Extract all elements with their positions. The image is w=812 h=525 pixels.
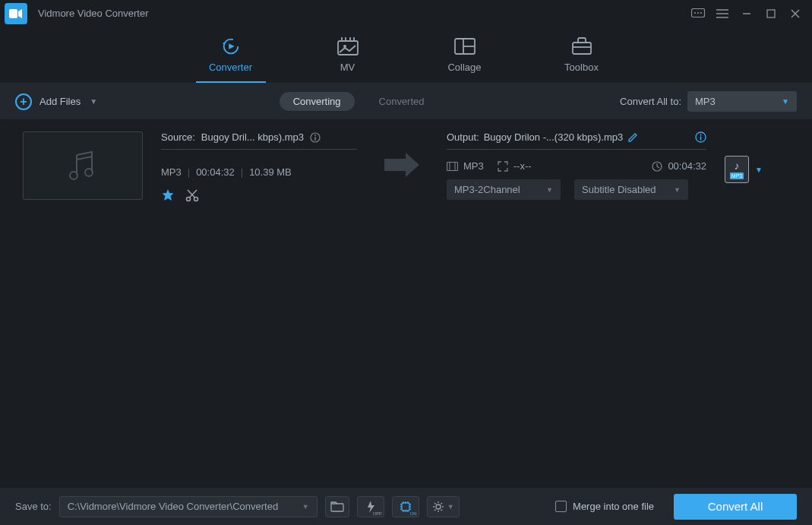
tab-collage[interactable]: Collage — [430, 27, 500, 83]
svg-rect-13 — [338, 41, 358, 55]
subtitle-select[interactable]: Subtitle Disabled ▼ — [574, 179, 688, 200]
minimize-icon[interactable] — [735, 2, 759, 26]
svg-point-4 — [700, 12, 702, 14]
output-info-icon[interactable] — [695, 131, 706, 143]
accel-on-label: ON — [410, 511, 417, 516]
svg-point-20 — [70, 172, 77, 179]
source-column: Source: Bugoy Dril... kbps).mp3 MP3 | 00… — [161, 131, 357, 202]
svg-point-39 — [436, 504, 441, 509]
save-path-select[interactable]: C:\Vidmore\Vidmore Video Converter\Conve… — [59, 496, 318, 517]
source-size: 10.39 MB — [249, 166, 292, 178]
converter-icon — [220, 37, 242, 55]
tab-converter[interactable]: Converter — [196, 27, 266, 83]
svg-rect-18 — [573, 43, 591, 54]
output-format-picker: ♪ MP3 ▼ — [725, 131, 763, 183]
subtitle-value: Subtitle Disabled — [582, 184, 656, 195]
add-files-button[interactable]: + Add Files ▼ — [15, 93, 97, 110]
svg-rect-33 — [447, 162, 458, 170]
gpu-accel-on-button[interactable]: ON — [392, 496, 419, 517]
mv-icon — [337, 37, 359, 55]
chevron-down-icon: ▼ — [302, 503, 309, 511]
app-logo — [5, 3, 27, 24]
source-filename: Bugoy Dril... kbps).mp3 — [201, 131, 304, 143]
tab-converter-label: Converter — [209, 62, 252, 73]
video-icon — [447, 162, 458, 171]
chevron-down-icon: ▼ — [546, 186, 553, 194]
merge-label: Merge into one file — [573, 501, 654, 512]
resolution-icon — [498, 161, 508, 172]
hardware-accel-off-button[interactable]: OFF — [357, 496, 384, 517]
edit-icon[interactable] — [627, 131, 639, 143]
checkbox-box — [555, 501, 567, 512]
source-duration: 00:04:32 — [196, 166, 235, 178]
chevron-down-icon: ▼ — [782, 97, 789, 106]
svg-line-22 — [77, 157, 92, 160]
titlebar: Vidmore Video Converter — [0, 0, 812, 27]
source-label: Source: — [161, 131, 195, 143]
format-dropdown-chevron[interactable]: ▼ — [755, 166, 763, 174]
svg-point-3 — [697, 12, 699, 14]
open-folder-button[interactable] — [325, 496, 349, 517]
music-note-icon: ♪ — [735, 160, 740, 171]
save-to-label: Save to: — [15, 501, 52, 512]
chevron-down-icon: ▼ — [674, 186, 681, 194]
tab-toolbox-label: Toolbox — [564, 62, 599, 73]
output-resolution: --x-- — [513, 160, 532, 172]
output-filename: Bugoy Drilon -...(320 kbps).mp3 — [484, 131, 624, 143]
output-label: Output: — [447, 131, 479, 143]
tab-converting[interactable]: Converting — [280, 92, 355, 111]
svg-point-26 — [187, 198, 191, 201]
svg-rect-9 — [767, 10, 775, 17]
info-icon[interactable] — [310, 132, 321, 143]
maximize-icon[interactable] — [759, 2, 783, 26]
output-column: Output: Bugoy Drilon -...(320 kbps).mp3 … — [447, 131, 706, 200]
feedback-icon[interactable] — [686, 2, 710, 26]
accel-off-label: OFF — [373, 511, 382, 516]
convert-all-to-label: Convert All to: — [620, 96, 681, 107]
collage-icon — [454, 37, 476, 55]
cut-icon[interactable] — [185, 188, 199, 202]
svg-point-2 — [694, 12, 696, 14]
svg-point-27 — [194, 198, 198, 201]
toolbar: + Add Files ▼ Converting Converted Conve… — [0, 84, 812, 119]
svg-rect-37 — [331, 504, 343, 511]
tab-mv[interactable]: MV — [313, 27, 383, 83]
svg-point-21 — [85, 169, 93, 176]
tab-converted[interactable]: Converted — [365, 92, 438, 111]
svg-rect-38 — [402, 503, 409, 511]
tab-toolbox[interactable]: Toolbox — [547, 27, 617, 83]
svg-point-31 — [700, 134, 702, 136]
save-path-value: C:\Vidmore\Vidmore Video Converter\Conve… — [68, 501, 278, 512]
file-row: Source: Bugoy Dril... kbps).mp3 MP3 | 00… — [23, 131, 797, 202]
tab-mv-label: MV — [340, 62, 355, 73]
convert-all-button[interactable]: Convert All — [674, 494, 797, 520]
output-format: MP3 — [463, 160, 484, 172]
file-thumbnail[interactable] — [23, 131, 143, 200]
main-tabs: Converter MV Collage Toolbox — [0, 27, 812, 84]
svg-point-24 — [314, 134, 316, 136]
close-icon[interactable] — [783, 2, 807, 26]
source-format: MP3 — [161, 166, 182, 178]
audio-track-value: MP3-2Channel — [454, 184, 520, 195]
settings-button[interactable]: ▼ — [427, 496, 460, 517]
plus-icon: + — [15, 93, 32, 110]
chevron-down-icon: ▼ — [90, 97, 97, 106]
convert-all-format-select[interactable]: MP3 ▼ — [687, 91, 797, 112]
output-duration: 00:04:32 — [668, 160, 706, 172]
add-files-label: Add Files — [39, 96, 81, 107]
format-badge-label: MP3 — [730, 172, 744, 179]
audio-track-select[interactable]: MP3-2Channel ▼ — [447, 179, 561, 200]
menu-icon[interactable] — [710, 2, 735, 26]
merge-checkbox[interactable]: Merge into one file — [555, 501, 654, 512]
convert-all-format-value: MP3 — [695, 96, 716, 107]
bottombar: Save to: C:\Vidmore\Vidmore Video Conver… — [0, 488, 812, 525]
toolbox-icon — [571, 37, 592, 55]
clock-icon — [652, 161, 662, 172]
format-badge[interactable]: ♪ MP3 — [725, 156, 749, 183]
svg-rect-0 — [9, 9, 17, 18]
gear-icon — [432, 501, 444, 513]
arrow-separator — [375, 131, 428, 177]
tab-collage-label: Collage — [447, 62, 481, 73]
enhance-icon[interactable] — [161, 188, 175, 202]
chevron-down-icon: ▼ — [447, 503, 454, 511]
